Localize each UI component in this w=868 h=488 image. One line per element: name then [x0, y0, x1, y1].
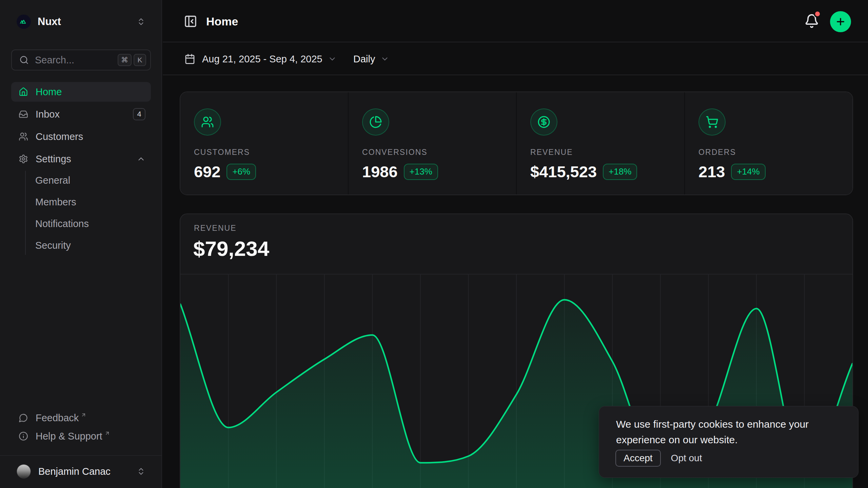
sidebar-item-customers[interactable]: Customers [11, 127, 151, 146]
stat-card-orders[interactable]: ORDERS 213 +14% [685, 92, 852, 195]
granularity-select[interactable]: Daily [349, 48, 393, 69]
user-menu[interactable]: Benjamin Canac [11, 462, 151, 481]
sidebar-item-label: Inbox [36, 109, 60, 120]
date-range-value: Aug 21, 2025 - Sep 4, 2025 [202, 54, 322, 65]
stat-value: 1986 [362, 162, 398, 181]
external-link-icon [81, 412, 86, 418]
user-name: Benjamin Canac [38, 466, 111, 477]
stats-row: CUSTOMERS 692 +6% CONVERSIONS 1986 +13% … [180, 92, 853, 195]
kbd-cmd: ⌘ [118, 54, 132, 66]
sidebar-nav: Home Inbox 4 Customers Settings [11, 82, 151, 171]
message-circle-icon [19, 413, 28, 423]
stat-delta-badge: +18% [603, 164, 637, 180]
sidebar-item-settings[interactable]: Settings [11, 149, 151, 169]
sidebar-item-members[interactable]: Members [11, 192, 151, 211]
sidebar-item-home[interactable]: Home [11, 82, 151, 102]
workspace-switcher[interactable]: Nuxt [11, 10, 151, 33]
sidebar-item-label: Home [36, 86, 62, 98]
stat-delta-badge: +13% [404, 164, 438, 180]
kbd-k: K [134, 54, 146, 66]
sidebar-item-general[interactable]: General [11, 171, 151, 190]
stat-value: $415,523 [530, 162, 597, 181]
sidebar-divider [0, 455, 162, 456]
sidebar-item-security[interactable]: Security [11, 236, 151, 255]
sidebar: Nuxt Search... ⌘ K Home [0, 0, 162, 488]
help-support-link[interactable]: Help & Support [11, 427, 151, 445]
house-icon [19, 87, 28, 97]
stat-value: 692 [194, 162, 220, 181]
chevrons-up-down-icon [137, 467, 145, 476]
stat-label: REVENUE [530, 148, 684, 157]
inbox-count-badge: 4 [133, 108, 145, 120]
users-icon [194, 108, 221, 136]
page-title: Home [206, 15, 238, 28]
search-input[interactable]: Search... ⌘ K [11, 49, 151, 70]
cookie-banner: We use first-party cookies to enhance yo… [599, 406, 859, 478]
sidebar-item-notifications[interactable]: Notifications [11, 214, 151, 233]
stat-value: 213 [698, 162, 725, 181]
stat-card-customers[interactable]: CUSTOMERS 692 +6% [180, 92, 348, 195]
sidebar-footer: Feedback Help & Support [11, 409, 151, 445]
inbox-icon [19, 109, 28, 119]
search-placeholder: Search... [35, 55, 74, 66]
page-header: Home [163, 0, 868, 42]
feedback-link[interactable]: Feedback [11, 409, 151, 427]
nuxt-logo-icon [17, 15, 31, 29]
filters-bar: Aug 21, 2025 - Sep 4, 2025 Daily [163, 42, 868, 75]
sidebar-item-inbox[interactable]: Inbox 4 [11, 104, 151, 124]
revenue-panel-value: $79,234 [193, 237, 269, 261]
info-circle-icon [19, 431, 28, 441]
stat-label: ORDERS [698, 148, 852, 157]
settings-sub-list: General Members Notifications Security [11, 171, 151, 258]
sidebar-item-label: Settings [36, 154, 71, 165]
shopping-cart-icon [698, 108, 726, 136]
avatar [17, 464, 31, 479]
circle-dollar-icon [530, 108, 557, 136]
users-icon [19, 132, 28, 141]
calendar-icon [184, 54, 195, 64]
chevrons-up-down-icon [137, 17, 145, 26]
stat-card-conversions[interactable]: CONVERSIONS 1986 +13% [349, 92, 516, 195]
date-range-picker[interactable]: Aug 21, 2025 - Sep 4, 2025 [180, 48, 341, 69]
accept-cookies-button[interactable]: Accept [615, 450, 661, 467]
chevron-up-icon [137, 155, 145, 163]
dashboard-app: Nuxt Search... ⌘ K Home [0, 0, 868, 488]
stat-delta-badge: +14% [731, 164, 765, 180]
gear-icon [19, 154, 28, 164]
chevron-down-icon [328, 55, 337, 63]
search-shortcut: ⌘ K [118, 54, 146, 66]
add-button[interactable] [830, 11, 851, 32]
revenue-panel-label: REVENUE [194, 224, 237, 233]
granularity-value: Daily [353, 54, 375, 65]
stat-delta-badge: +6% [226, 164, 256, 180]
pie-chart-icon [362, 108, 389, 136]
stat-card-revenue[interactable]: REVENUE $415,523 +18% [517, 92, 684, 195]
feedback-label: Feedback [36, 412, 79, 424]
sidebar-item-label: Customers [36, 131, 83, 142]
notification-dot [814, 10, 821, 18]
optout-cookies-button[interactable]: Opt out [671, 453, 702, 464]
chevron-down-icon [380, 55, 389, 63]
collapse-sidebar-button[interactable] [184, 15, 197, 28]
stat-label: CONVERSIONS [362, 148, 516, 157]
stat-label: CUSTOMERS [194, 148, 348, 157]
workspace-name: Nuxt [38, 16, 61, 28]
external-link-icon [104, 430, 110, 436]
cookie-message: We use first-party cookies to enhance yo… [616, 416, 843, 448]
help-support-label: Help & Support [36, 431, 102, 442]
search-icon [19, 55, 29, 65]
sub-list-guide-line [25, 171, 26, 255]
